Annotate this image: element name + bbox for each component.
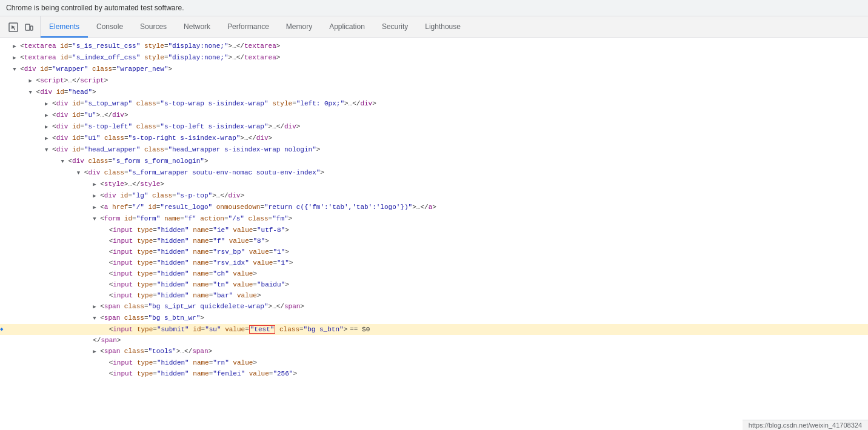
code-line: <style>…</style> bbox=[0, 179, 868, 190]
line-code: <style>…</style> bbox=[93, 179, 164, 190]
line-code: <input type="hidden" name="rn" value> bbox=[109, 357, 257, 368]
line-indent bbox=[5, 225, 109, 236]
line-indent bbox=[5, 53, 13, 64]
devtools-toolbar: ElementsConsoleSourcesNetworkPerformance… bbox=[0, 16, 868, 38]
line-indent bbox=[5, 324, 109, 335]
code-line: <input type="hidden" name="rsv_bp" value… bbox=[0, 246, 868, 257]
line-code: <script>…</script> bbox=[29, 75, 109, 87]
line-indent bbox=[5, 236, 109, 246]
code-line: <span class="tools">…</span> bbox=[0, 346, 868, 357]
code-line: <div id="head_wrapper" class="head_wrapp… bbox=[0, 144, 868, 156]
toolbar-icons bbox=[2, 16, 41, 38]
devtools-tabs: ElementsConsoleSourcesNetworkPerformance… bbox=[41, 16, 866, 38]
tab-network[interactable]: Network bbox=[175, 16, 219, 38]
code-line: <input type="hidden" name="f" value="8"> bbox=[0, 236, 868, 246]
code-line: </span> bbox=[0, 335, 868, 346]
line-code: <input type="hidden" name="rsv_idx" valu… bbox=[109, 257, 293, 268]
line-indent bbox=[5, 99, 45, 110]
tab-lighthouse[interactable]: Lighthouse bbox=[416, 16, 469, 38]
status-url: https://blog.csdn.net/weixin_41708324 bbox=[749, 422, 862, 429]
line-indent bbox=[5, 346, 93, 357]
code-line: <span class="bg s_btn_wr"> bbox=[0, 313, 868, 324]
status-bar: https://blog.csdn.net/weixin_41708324 bbox=[743, 420, 868, 430]
line-code: <span class="tools">…</span> bbox=[93, 346, 212, 357]
code-line: <input type="hidden" name="bar" value> bbox=[0, 290, 868, 301]
tab-application[interactable]: Application bbox=[321, 16, 373, 38]
code-line: <a href="/" id="result_logo" onmousedown… bbox=[0, 202, 868, 213]
line-indent bbox=[5, 145, 45, 156]
line-code: <div class="s_form_wrapper soutu-env-nom… bbox=[77, 167, 324, 179]
code-line: <div id="u">…</div> bbox=[0, 110, 868, 121]
line-code: <div id="s-top-left" class="s-top-left s… bbox=[45, 121, 300, 133]
line-code: <input type="hidden" name="tn" value="ba… bbox=[109, 279, 289, 290]
line-indent bbox=[5, 76, 29, 87]
line-code: <div id="wrapper" class="wrapper_new"> bbox=[13, 64, 172, 75]
code-line: <input type="hidden" name="ie" value="ut… bbox=[0, 225, 868, 236]
line-code: <span class="bg s_btn_wr"> bbox=[93, 313, 204, 324]
line-indent bbox=[5, 279, 109, 290]
tab-performance[interactable]: Performance bbox=[219, 16, 278, 38]
line-indent bbox=[5, 313, 93, 324]
line-code: <input type="hidden" name="ch" value> bbox=[109, 268, 257, 279]
line-indent bbox=[5, 87, 29, 98]
line-indent bbox=[5, 302, 93, 313]
line-code: <div id="lg" class="s-p-top">…</div> bbox=[93, 190, 244, 202]
line-marker: ◆ bbox=[0, 324, 5, 335]
tab-console[interactable]: Console bbox=[88, 16, 132, 38]
code-line: <textarea id="s_is_result_css" style="di… bbox=[0, 41, 868, 52]
line-indent bbox=[5, 110, 45, 121]
line-indent bbox=[5, 268, 109, 279]
line-indent bbox=[5, 335, 93, 346]
elements-panel: <textarea id="s_is_result_css" style="di… bbox=[0, 38, 868, 429]
tab-sources[interactable]: Sources bbox=[132, 16, 175, 38]
code-line: <div class="s_form s_form_nologin"> bbox=[0, 156, 868, 167]
code-line: <input type="hidden" name="fenlei" value… bbox=[0, 368, 868, 379]
line-indent bbox=[5, 214, 93, 225]
line-code: <span class="bg s_ipt_wr quickdelete-wra… bbox=[93, 301, 304, 313]
line-code: <div class="s_form s_form_nologin"> bbox=[61, 156, 208, 167]
code-line: <input type="hidden" name="ch" value> bbox=[0, 268, 868, 279]
line-indent bbox=[5, 191, 93, 202]
line-indent bbox=[5, 168, 77, 179]
line-code: <input type="hidden" name="bar" value> bbox=[109, 290, 261, 301]
line-code: <a href="/" id="result_logo" onmousedown… bbox=[93, 202, 436, 213]
line-code: <div id="head"> bbox=[29, 87, 96, 98]
code-line: <div id="lg" class="s-p-top">…</div> bbox=[0, 190, 868, 202]
svg-rect-2 bbox=[30, 26, 33, 30]
banner-text: Chrome is being controlled by automated … bbox=[6, 4, 184, 12]
line-code: <input type="hidden" name="f" value="8"> bbox=[109, 236, 269, 246]
line-code: <input type="hidden" name="ie" value="ut… bbox=[109, 225, 289, 236]
code-line: <span class="bg s_ipt_wr quickdelete-wra… bbox=[0, 301, 868, 313]
line-code: <div id="s_top_wrap" class="s-top-wrap s… bbox=[45, 98, 376, 110]
svg-rect-1 bbox=[25, 24, 30, 30]
device-toggle-button[interactable] bbox=[22, 20, 36, 35]
line-code: <input type="submit" id="su" value="test… bbox=[109, 324, 370, 335]
line-code: <form id="form" name="f" action="/s" cla… bbox=[93, 213, 292, 225]
tab-memory[interactable]: Memory bbox=[278, 16, 321, 38]
code-line: ◆ <input type="submit" id="su" value="te… bbox=[0, 324, 868, 335]
line-indent bbox=[5, 202, 93, 213]
code-line: <input type="hidden" name="tn" value="ba… bbox=[0, 279, 868, 290]
line-code: </span> bbox=[93, 335, 121, 346]
code-line: <textarea id="s_index_off_css" style="di… bbox=[0, 52, 868, 64]
line-indent bbox=[5, 122, 45, 133]
code-line: <div id="wrapper" class="wrapper_new"> bbox=[0, 64, 868, 75]
automation-banner: Chrome is being controlled by automated … bbox=[0, 0, 868, 16]
code-line: <div id="u1" class="s-top-right s-isinde… bbox=[0, 133, 868, 144]
line-indent bbox=[5, 41, 13, 52]
code-line: <form id="form" name="f" action="/s" cla… bbox=[0, 213, 868, 225]
inspect-element-button[interactable] bbox=[6, 20, 21, 35]
tab-security[interactable]: Security bbox=[373, 16, 416, 38]
line-code: <textarea id="s_index_off_css" style="di… bbox=[13, 52, 280, 64]
line-code: <div id="u">…</div> bbox=[45, 110, 129, 121]
line-indent bbox=[5, 133, 45, 144]
code-line: <div id="s-top-left" class="s-top-left s… bbox=[0, 121, 868, 133]
code-line: <div class="s_form_wrapper soutu-env-nom… bbox=[0, 167, 868, 179]
code-line: <script>…</script> bbox=[0, 75, 868, 87]
code-line: <div id="head"> bbox=[0, 87, 868, 98]
line-indent bbox=[5, 368, 109, 379]
line-indent bbox=[5, 156, 61, 167]
tab-elements[interactable]: Elements bbox=[41, 16, 88, 38]
line-code: <input type="hidden" name="fenlei" value… bbox=[109, 368, 297, 379]
line-indent bbox=[5, 64, 13, 75]
